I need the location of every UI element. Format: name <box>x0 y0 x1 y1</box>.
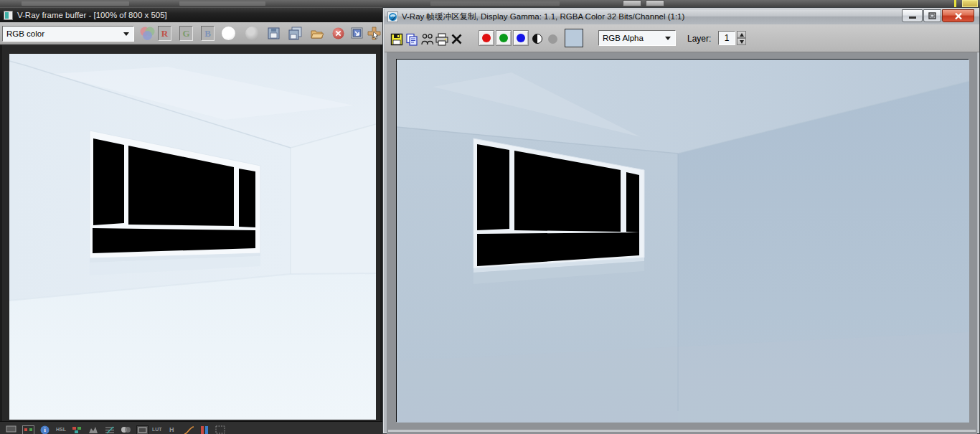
save-all-icon[interactable] <box>288 27 302 40</box>
close-button[interactable] <box>942 9 974 22</box>
layer-spin-up[interactable] <box>737 31 746 38</box>
display-correction-icon[interactable] <box>136 425 149 434</box>
restore-button[interactable] <box>923 9 941 22</box>
background-accent-line <box>954 0 956 7</box>
blue-channel-button[interactable] <box>513 30 529 46</box>
color-correction-icon[interactable] <box>72 425 83 434</box>
pixel-info-icon[interactable]: i <box>40 425 50 434</box>
arrow-up-icon <box>740 33 744 37</box>
display-channel-value: RGB Alpha <box>603 34 665 42</box>
red-channel-button[interactable] <box>479 30 494 46</box>
hsl-icon[interactable]: HSL <box>56 425 66 434</box>
right-toolbar <box>385 24 979 52</box>
arrow-down-icon <box>740 40 744 44</box>
minimize-button[interactable] <box>902 9 923 22</box>
save-icon[interactable] <box>390 33 403 46</box>
layer-spin-down[interactable] <box>737 38 746 45</box>
layer-value-field[interactable]: 1 <box>718 31 735 45</box>
channel-select-value: RGB color <box>6 29 123 38</box>
left-titlebar[interactable]: V-Ray frame buffer - [100% of 800 x 505] <box>0 7 382 22</box>
background-swatch[interactable] <box>565 29 583 47</box>
frame-buffer-window-icon <box>4 11 13 20</box>
region-box-icon[interactable] <box>215 425 225 434</box>
left-toolbar: RGB color R G B <box>0 22 382 44</box>
green-dot-icon <box>499 34 508 42</box>
mono-mode-button[interactable] <box>245 27 259 40</box>
close-icon <box>953 12 963 20</box>
histogram-icon[interactable] <box>88 425 99 434</box>
channel-select-dropdown[interactable]: RGB color <box>2 26 134 42</box>
region-render-icon[interactable] <box>22 425 34 434</box>
left-window-title: V-Ray frame buffer - [100% of 800 x 505] <box>17 11 167 19</box>
open-folder-icon[interactable] <box>310 27 324 40</box>
lut-icon[interactable]: LUT <box>152 425 162 434</box>
restore-icon <box>928 12 936 19</box>
mono-button[interactable] <box>532 34 542 44</box>
green-channel-button[interactable]: G <box>179 26 193 41</box>
background-window-close <box>646 0 664 6</box>
left-render-image[interactable] <box>9 54 376 420</box>
vray-frame-buffer-copy-window: V-Ray 帧缓冲区复制, Display Gamma: 1.1, RGBA C… <box>382 7 980 434</box>
duplicate-to-host-icon[interactable] <box>350 27 364 40</box>
background-blur <box>22 1 129 6</box>
background-blur <box>179 1 265 6</box>
rgb-channels-icon[interactable] <box>138 25 156 42</box>
color-bars-icon[interactable] <box>199 425 209 434</box>
clone-icon[interactable] <box>420 33 434 46</box>
clear-image-icon[interactable] <box>331 27 345 40</box>
background-blur <box>430 1 560 6</box>
white-mode-button[interactable] <box>222 27 235 40</box>
copy-icon[interactable] <box>405 33 418 46</box>
vray-logo-icon <box>387 11 398 22</box>
red-channel-button[interactable]: R <box>158 26 171 41</box>
save-image-icon[interactable] <box>267 27 281 40</box>
red-dot-icon <box>482 34 491 42</box>
track-mouse-icon[interactable] <box>367 26 382 41</box>
green-channel-button[interactable] <box>496 30 512 46</box>
curve-icon[interactable] <box>184 425 194 434</box>
blue-channel-button[interactable]: B <box>201 26 215 41</box>
chevron-down-icon <box>123 32 129 36</box>
stamp-icon[interactable] <box>6 425 17 434</box>
right-window-title: V-Ray 帧缓冲区复制, Display Gamma: 1.1, RGBA C… <box>402 11 684 22</box>
alpha-button[interactable] <box>548 34 557 44</box>
print-icon[interactable] <box>435 33 449 46</box>
left-bottom-toolbar: i HSL LUT H <box>0 421 382 434</box>
levels-icon[interactable] <box>105 425 116 434</box>
frame-bottom-line <box>388 430 976 432</box>
info-letter: i <box>44 427 45 433</box>
histogram-h-icon[interactable]: H <box>169 425 174 434</box>
layer-label: Layer: <box>687 34 711 44</box>
delete-icon[interactable] <box>451 33 463 45</box>
minimize-icon <box>908 13 917 19</box>
white-balance-icon[interactable] <box>121 425 131 434</box>
background-highlight-button <box>962 0 978 7</box>
display-channel-dropdown[interactable]: RGB Alpha <box>598 30 676 46</box>
vray-frame-buffer-window: V-Ray frame buffer - [100% of 800 x 505]… <box>0 7 382 434</box>
right-titlebar[interactable]: V-Ray 帧缓冲区复制, Display Gamma: 1.1, RGBA C… <box>385 9 979 24</box>
right-render-image[interactable] <box>396 59 969 422</box>
chevron-down-icon <box>665 37 671 40</box>
blue-dot-icon <box>517 34 525 42</box>
background-window-minimize <box>623 0 641 6</box>
